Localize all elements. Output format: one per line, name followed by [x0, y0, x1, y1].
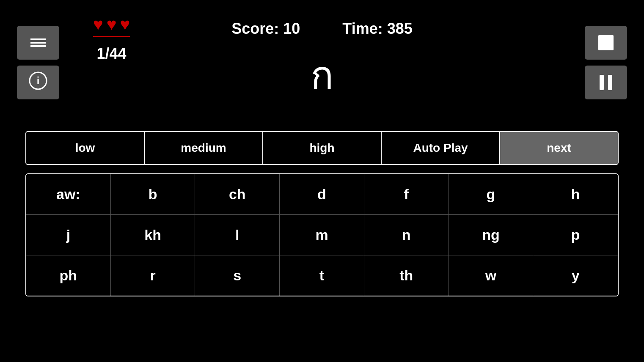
- next-button[interactable]: next: [500, 132, 618, 164]
- pause-icon: [600, 75, 612, 90]
- key-f[interactable]: f: [364, 174, 449, 215]
- key-n[interactable]: n: [364, 215, 449, 255]
- pause-button[interactable]: [585, 66, 627, 99]
- stop-icon: [598, 35, 614, 50]
- high-speed-button[interactable]: high: [263, 132, 382, 164]
- medium-speed-button[interactable]: medium: [145, 132, 263, 164]
- main-content: low medium high Auto Play next aw: b ch …: [0, 118, 644, 309]
- progress-label: 1/44: [97, 45, 127, 63]
- key-l[interactable]: l: [195, 215, 280, 255]
- key-t[interactable]: t: [280, 255, 364, 296]
- thai-character-display: ก: [311, 45, 334, 105]
- info-button[interactable]: i: [17, 66, 59, 99]
- key-d[interactable]: d: [280, 174, 364, 215]
- score-time-row: Score: 10 Time: 385: [231, 20, 413, 38]
- header-center-info: Score: 10 Time: 385 ก: [231, 20, 413, 105]
- key-ch[interactable]: ch: [195, 174, 280, 215]
- time-display: Time: 385: [342, 20, 412, 38]
- key-y[interactable]: y: [533, 255, 618, 296]
- speed-buttons: low medium high Auto Play next: [25, 131, 619, 165]
- key-h[interactable]: h: [533, 174, 618, 215]
- heart-3: ♥: [120, 15, 130, 34]
- hearts-section: ♥ ♥ ♥ 1/44: [93, 15, 130, 63]
- key-b[interactable]: b: [111, 174, 195, 215]
- right-buttons: [585, 26, 627, 99]
- key-kh[interactable]: kh: [111, 215, 195, 255]
- header: i ♥ ♥ ♥ 1/44 Score: 10 Time: 385 ก: [0, 0, 644, 118]
- key-s[interactable]: s: [195, 255, 280, 296]
- keyboard-grid: aw: b ch d f g h j kh l m n ng p ph r s …: [25, 173, 619, 296]
- key-r[interactable]: r: [111, 255, 195, 296]
- key-ng[interactable]: ng: [449, 215, 534, 255]
- heart-1: ♥: [93, 15, 103, 34]
- key-aw[interactable]: aw:: [26, 174, 111, 215]
- auto-play-button[interactable]: Auto Play: [382, 132, 500, 164]
- info-icon: i: [29, 71, 47, 93]
- left-buttons: i: [17, 26, 59, 99]
- key-j[interactable]: j: [26, 215, 111, 255]
- key-g[interactable]: g: [449, 174, 534, 215]
- key-th[interactable]: th: [364, 255, 449, 296]
- menu-icon: [30, 37, 46, 49]
- key-w[interactable]: w: [449, 255, 534, 296]
- heart-2: ♥: [107, 15, 117, 34]
- key-ph[interactable]: ph: [26, 255, 111, 296]
- key-p[interactable]: p: [533, 215, 618, 255]
- menu-button[interactable]: [17, 26, 59, 60]
- low-speed-button[interactable]: low: [26, 132, 145, 164]
- stop-button[interactable]: [585, 26, 627, 60]
- score-display: Score: 10: [231, 20, 300, 38]
- lives-display: ♥ ♥ ♥: [93, 15, 130, 34]
- hearts-underline: [93, 36, 130, 37]
- key-m[interactable]: m: [280, 215, 364, 255]
- svg-text:i: i: [37, 75, 40, 86]
